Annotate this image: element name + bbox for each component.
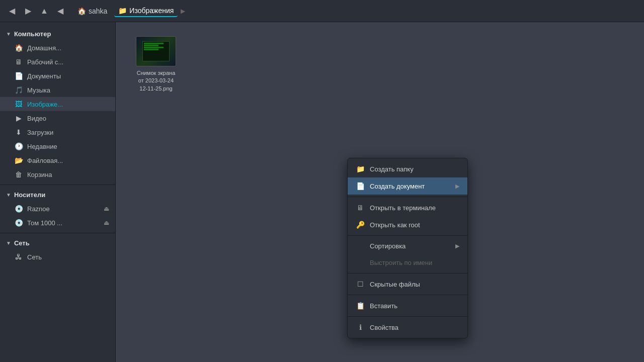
doc-new-icon: 📄 <box>356 182 365 190</box>
docs-icon: 📄 <box>14 72 23 80</box>
hidden-files-label: Скрытые файлы <box>370 281 420 288</box>
screen-line <box>144 49 158 50</box>
screen-line <box>144 43 164 44</box>
content-area[interactable]: Снимок экранаот 2023-03-2412-11-25.png 📁… <box>116 22 644 362</box>
filemanager-label: Файловая... <box>27 157 63 164</box>
sidebar-item-filemanager[interactable]: 📂 Файловая... <box>0 153 115 167</box>
thumbnail-screen <box>142 41 170 62</box>
music-icon: 🎵 <box>14 86 23 94</box>
file-item-screenshot[interactable]: Снимок экранаот 2023-03-2412-11-25.png <box>126 32 186 97</box>
network-section-label: Сеть <box>14 239 30 247</box>
sort-by-name-label: Выстроить по имени <box>370 259 432 266</box>
checkbox-icon: ☐ <box>356 280 365 288</box>
media-section-label: Носители <box>14 191 45 199</box>
network-label: Сеть <box>27 253 42 261</box>
sidebar-item-desktop[interactable]: 🖥 Рабочий с... <box>0 55 115 69</box>
downloads-label: Загрузки <box>27 129 53 136</box>
raznoe-label: Raznoe <box>27 205 50 213</box>
breadcrumb-arrow: ▶ <box>181 8 185 15</box>
downloads-icon: ⬇ <box>14 128 23 136</box>
arrow-icon: ▼ <box>6 192 11 198</box>
properties-icon: ℹ <box>356 323 365 331</box>
paste-label: Вставить <box>370 302 397 310</box>
tom1000-label: Том 1000 ... <box>27 219 62 227</box>
breadcrumb: 🏠 sahka 📁 Изображения ▶ <box>73 5 639 17</box>
sort-submenu-arrow-icon: ▶ <box>455 243 459 249</box>
menu-item-sort[interactable]: Сортировка ▶ <box>348 238 467 254</box>
eject-icon-2[interactable]: ⏏ <box>104 219 109 226</box>
breadcrumb-home-label: sahka <box>89 7 107 15</box>
filemanager-icon: 📂 <box>14 156 23 164</box>
sidebar-item-home[interactable]: 🏠 Домашня... <box>0 41 115 55</box>
folder-new-icon: 📁 <box>356 165 365 173</box>
back-button[interactable]: ◀ <box>5 4 19 18</box>
sidebar-item-network[interactable]: 🖧 Сеть <box>0 250 115 264</box>
video-label: Видео <box>27 115 46 122</box>
menu-item-create-folder[interactable]: 📁 Создать папку <box>348 160 467 177</box>
breadcrumb-home[interactable]: 🏠 sahka <box>73 6 111 17</box>
arrow-icon: ▼ <box>6 31 11 37</box>
home-label: Домашня... <box>27 44 61 52</box>
docs-label: Документы <box>27 72 61 80</box>
network-icon: 🖧 <box>14 253 23 261</box>
menu-separator-4 <box>348 295 467 295</box>
sidebar-section-computer[interactable]: ▼ Компьютер <box>0 27 115 41</box>
submenu-arrow-icon: ▶ <box>455 183 459 190</box>
sort-label: Сортировка <box>370 242 406 250</box>
screen-line <box>144 45 158 46</box>
sidebar-item-downloads[interactable]: ⬇ Загрузки <box>0 125 115 139</box>
create-doc-label: Создать документ <box>370 183 425 190</box>
menu-item-create-doc[interactable]: 📄 Создать документ ▶ <box>348 177 467 195</box>
menu-item-open-root[interactable]: 🔑 Открыть как root <box>348 216 467 233</box>
open-terminal-label: Открыть в терминале <box>370 204 436 212</box>
trash-label: Корзина <box>27 171 52 178</box>
menu-separator-5 <box>348 316 467 317</box>
up-button[interactable]: ▲ <box>37 4 51 18</box>
recent-icon: 🕐 <box>14 142 23 150</box>
raznoe-icon: 💿 <box>14 205 23 213</box>
paste-icon: 📋 <box>356 302 365 310</box>
desktop-icon: 🖥 <box>14 58 23 66</box>
toolbar: ◀ ▶ ▲ ◀ 🏠 sahka 📁 Изображения ▶ <box>0 0 644 22</box>
music-label: Музыка <box>27 86 50 94</box>
menu-item-paste[interactable]: 📋 Вставить <box>348 297 467 314</box>
sidebar-item-trash[interactable]: 🗑 Корзина <box>0 167 115 182</box>
open-root-label: Открыть как root <box>370 221 420 229</box>
menu-separator-1 <box>348 197 467 197</box>
images-label: Изображе... <box>27 101 63 108</box>
eject-icon[interactable]: ⏏ <box>104 205 109 212</box>
context-menu: 📁 Создать папку 📄 Создать документ ▶ 🖥 О… <box>347 158 468 338</box>
menu-item-sort-by-name: Выстроить по имени <box>348 254 467 271</box>
sidebar-divider-1 <box>0 185 115 185</box>
recent-label: Недавние <box>27 143 57 150</box>
file-name: Снимок экранаот 2023-03-2412-11-25.png <box>137 69 176 93</box>
desktop-label: Рабочий с... <box>27 58 63 66</box>
main-layout: ▼ Компьютер 🏠 Домашня... 🖥 Рабочий с... … <box>0 22 644 362</box>
folder-icon: 📁 <box>118 7 127 15</box>
menu-item-hidden-files[interactable]: ☐ Скрытые файлы <box>348 276 467 293</box>
menu-item-properties[interactable]: ℹ Свойства <box>348 319 467 336</box>
computer-section-label: Компьютер <box>14 30 51 38</box>
thumbnail-inner <box>136 37 176 66</box>
sidebar-item-images[interactable]: 🖼 Изображе... <box>0 97 115 111</box>
sidebar-section-network[interactable]: ▼ Сеть <box>0 236 115 250</box>
menu-separator-3 <box>348 273 467 274</box>
history-button[interactable]: ◀ <box>53 4 67 18</box>
sidebar-section-media[interactable]: ▼ Носители <box>0 188 115 202</box>
sidebar-item-tom1000[interactable]: 💿 Том 1000 ... ⏏ <box>0 216 115 230</box>
sidebar-item-video[interactable]: ▶ Видео <box>0 111 115 125</box>
file-thumbnail <box>136 36 176 66</box>
sidebar-divider-2 <box>0 233 115 233</box>
sidebar-item-recent[interactable]: 🕐 Недавние <box>0 139 115 153</box>
screen-line <box>144 47 164 48</box>
home-icon: 🏠 <box>77 7 86 15</box>
menu-item-open-terminal[interactable]: 🖥 Открыть в терминале <box>348 199 467 216</box>
breadcrumb-images[interactable]: 📁 Изображения <box>114 5 178 17</box>
sidebar-item-docs[interactable]: 📄 Документы <box>0 69 115 83</box>
forward-button[interactable]: ▶ <box>21 4 35 18</box>
video-icon: ▶ <box>14 114 23 122</box>
menu-separator-2 <box>348 235 467 236</box>
sidebar-item-raznoe[interactable]: 💿 Raznoe ⏏ <box>0 202 115 216</box>
home-icon: 🏠 <box>14 44 23 52</box>
sidebar-item-music[interactable]: 🎵 Музыка <box>0 83 115 97</box>
